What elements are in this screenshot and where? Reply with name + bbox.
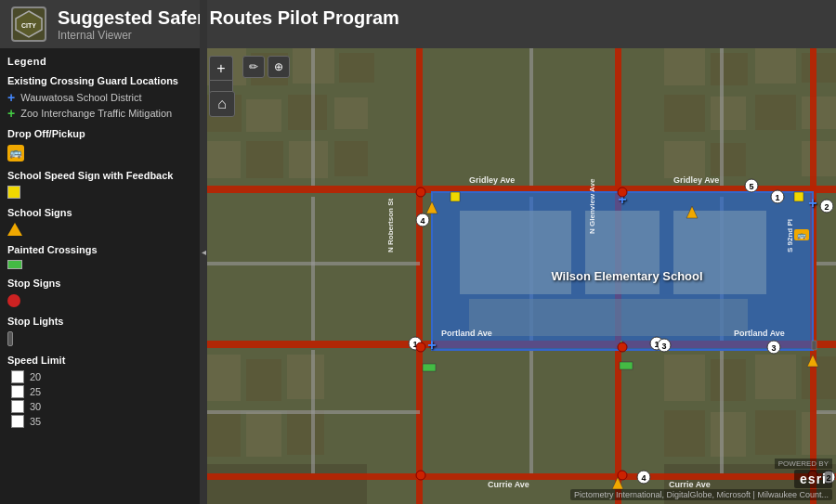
legend-item-zoo: + Zoo Interchange Traffic Mitigation (7, 107, 192, 120)
speed-label-30: 30 (30, 401, 41, 412)
svg-rect-25 (802, 53, 836, 83)
app-subtitle: Internal Viewer (58, 29, 399, 42)
draw-toolbar: ✏ ⊕ (242, 56, 290, 78)
app-logo: CITY (11, 6, 46, 42)
app-title: Suggested Safer Routes Pilot Program (58, 7, 399, 29)
svg-rect-24 (755, 48, 796, 84)
svg-rect-23 (711, 53, 748, 85)
home-button[interactable]: ⌂ (209, 91, 235, 117)
main-layout: Legend Existing Crossing Guard Locations… (0, 48, 836, 504)
legend-item-stop-light (7, 331, 192, 346)
svg-point-116 (618, 342, 627, 352)
speed-white-icon-35 (11, 415, 24, 428)
draw-pencil-button[interactable]: ✏ (242, 56, 265, 78)
svg-text:4: 4 (420, 216, 425, 226)
powered-by-label: POWERED BY (775, 459, 832, 469)
svg-rect-28 (711, 97, 746, 130)
svg-rect-32 (664, 141, 705, 178)
dropoff-icon: 🚌 (7, 145, 24, 162)
svg-text:N Robertson St: N Robertson St (386, 198, 395, 252)
svg-rect-22 (664, 48, 705, 85)
svg-rect-43 (755, 410, 796, 455)
svg-rect-109 (451, 192, 460, 201)
layers-button[interactable]: ⊕ (268, 56, 290, 78)
svg-rect-29 (755, 95, 796, 130)
svg-rect-33 (711, 143, 746, 176)
svg-text:2: 2 (824, 202, 829, 212)
sidebar-resize-handle[interactable]: ◂ (200, 0, 207, 504)
svg-text:3: 3 (661, 342, 666, 351)
svg-text:+: + (808, 195, 816, 211)
svg-rect-70 (469, 299, 748, 336)
legend-item-stop-sign (7, 294, 192, 307)
section-title-painted-crossings: Painted Crossings (7, 243, 192, 256)
svg-rect-59 (311, 350, 315, 473)
esri-logo: esri (794, 470, 832, 488)
map-svg: Wilson Elementary School Gridley Ave Gri… (200, 48, 836, 504)
svg-text:CITY: CITY (21, 22, 36, 29)
svg-rect-121 (423, 364, 436, 371)
svg-rect-9 (288, 95, 327, 130)
speed-label-20: 20 (30, 371, 41, 382)
svg-text:Gridley Ave: Gridley Ave (469, 175, 515, 185)
speed-label-35: 35 (30, 416, 41, 427)
svg-rect-110 (794, 192, 803, 201)
app-header: CITY Suggested Safer Routes Pilot Progra… (0, 0, 836, 48)
cross-blue-icon: + (7, 91, 15, 104)
svg-rect-38 (755, 355, 796, 399)
svg-rect-122 (620, 362, 633, 369)
green-rect-icon (7, 260, 22, 269)
speed-limit-items: 20 25 30 35 (11, 370, 192, 428)
svg-rect-56 (816, 410, 836, 414)
svg-rect-54 (816, 262, 836, 265)
svg-text:S 92nd Pl: S 92nd Pl (786, 219, 794, 252)
speed-item-20: 20 (11, 370, 192, 383)
svg-rect-37 (711, 359, 746, 401)
svg-text:1: 1 (775, 193, 779, 202)
svg-text:Portland Ave: Portland Ave (441, 329, 492, 338)
section-title-stop-lights: Stop Lights (7, 315, 192, 328)
svg-text:Gridley Ave: Gridley Ave (673, 175, 719, 185)
legend-title: Legend (7, 56, 192, 67)
home-btn-icon[interactable]: ⌂ (209, 91, 235, 117)
speed-item-35: 35 (11, 415, 192, 428)
legend-item-painted-crossing (7, 260, 192, 269)
svg-rect-58 (311, 197, 315, 341)
svg-rect-8 (246, 99, 281, 132)
map-attribution: Pictometry International, DigitalGlobe, … (570, 489, 832, 500)
speed-item-30: 30 (11, 400, 192, 413)
svg-rect-34 (802, 141, 836, 176)
svg-rect-16 (246, 359, 281, 401)
svg-rect-19 (246, 412, 281, 457)
svg-rect-42 (711, 412, 746, 457)
legend-item-school-sign (7, 223, 192, 236)
section-title-dropoff: Drop Off/Pickup (7, 127, 192, 140)
legend-sidebar: Legend Existing Crossing Guard Locations… (0, 48, 200, 504)
svg-rect-12 (246, 141, 283, 178)
svg-rect-60 (529, 48, 533, 186)
zoom-in-button[interactable]: + (209, 56, 233, 80)
svg-rect-62 (529, 350, 533, 473)
section-title-stop-signs: Stop Signs (7, 277, 192, 290)
svg-rect-30 (802, 97, 836, 129)
legend-item-dropoff: 🚌 (7, 145, 192, 162)
map-view[interactable]: Wilson Elementary School Gridley Ave Gri… (200, 48, 836, 504)
svg-rect-120 (812, 341, 816, 350)
svg-rect-41 (664, 410, 705, 457)
svg-rect-27 (664, 95, 705, 132)
svg-rect-44 (802, 412, 836, 455)
svg-rect-17 (287, 355, 324, 399)
svg-rect-55 (200, 410, 420, 414)
svg-rect-65 (720, 350, 724, 473)
svg-point-115 (416, 342, 425, 352)
svg-point-117 (416, 471, 425, 480)
section-title-speed-limit: Speed Limit (7, 354, 192, 367)
svg-rect-14 (334, 141, 368, 176)
header-text-block: Suggested Safer Routes Pilot Program Int… (58, 7, 399, 42)
stop-sign-circle-icon (7, 294, 20, 307)
yellow-square-icon (7, 186, 20, 199)
wauwatosa-label: Wauwatosa School District (20, 92, 141, 103)
school-sign-triangle-icon (7, 223, 22, 236)
svg-text:N Glenview Ave: N Glenview Ave (588, 178, 596, 234)
svg-text:5: 5 (749, 182, 753, 191)
